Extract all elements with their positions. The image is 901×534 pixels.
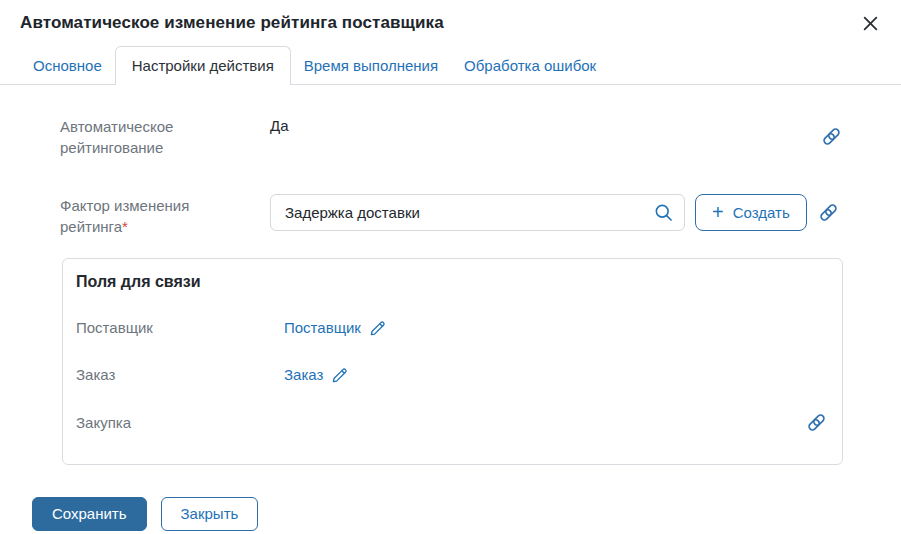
- relation-row-supplier: Поставщик Поставщик: [76, 317, 830, 338]
- field-row-factor: Фактор изменения рейтинга* + Создать: [60, 194, 845, 237]
- factor-link-icon[interactable]: [817, 201, 840, 224]
- order-link[interactable]: Заказ: [284, 366, 323, 383]
- search-icon[interactable]: [653, 202, 674, 223]
- relation-row-order: Заказ Заказ: [76, 364, 830, 385]
- factor-input[interactable]: [270, 194, 685, 231]
- create-button[interactable]: + Создать: [695, 194, 807, 231]
- auto-rating-value: Да: [270, 115, 811, 134]
- supplier-label: Поставщик: [76, 319, 284, 336]
- required-asterisk: *: [122, 218, 128, 235]
- relation-box-title: Поля для связи: [76, 271, 830, 291]
- tab-main[interactable]: Основное: [20, 47, 115, 84]
- tab-bar: Основное Настройки действия Время выполн…: [0, 46, 901, 85]
- edit-pencil-icon[interactable]: [330, 366, 349, 385]
- plus-icon: +: [712, 202, 724, 222]
- field-row-auto-rating: Автоматическое рейтингование Да: [60, 115, 845, 158]
- edit-pencil-icon[interactable]: [368, 319, 387, 338]
- tab-execution-time[interactable]: Время выполнения: [291, 47, 451, 84]
- tab-error-handling[interactable]: Обработка ошибок: [451, 47, 609, 84]
- auto-rating-label: Автоматическое рейтингование: [60, 115, 270, 158]
- tab-content: Автоматическое рейтингование Да Фактор и…: [0, 85, 901, 465]
- supplier-link[interactable]: Поставщик: [284, 319, 361, 336]
- close-button[interactable]: Закрыть: [161, 497, 259, 531]
- close-icon[interactable]: [862, 15, 879, 32]
- tab-action-settings[interactable]: Настройки действия: [115, 46, 291, 85]
- relation-fields-box: Поля для связи Поставщик Поставщик Заказ…: [62, 258, 843, 465]
- dialog-header: Автоматическое изменение рейтинга постав…: [0, 0, 901, 33]
- purchase-label: Закупка: [76, 414, 284, 431]
- save-button[interactable]: Сохранить: [32, 497, 147, 531]
- factor-controls: + Создать: [270, 194, 840, 231]
- purchase-link-icon[interactable]: [800, 411, 830, 434]
- dialog-title: Автоматическое изменение рейтинга постав…: [20, 13, 444, 33]
- relation-row-purchase: Закупка: [76, 411, 830, 434]
- dialog-footer: Сохранить Закрыть: [32, 497, 901, 531]
- factor-label: Фактор изменения рейтинга*: [60, 194, 270, 237]
- order-label: Заказ: [76, 366, 284, 383]
- auto-rating-link-icon[interactable]: [811, 125, 845, 148]
